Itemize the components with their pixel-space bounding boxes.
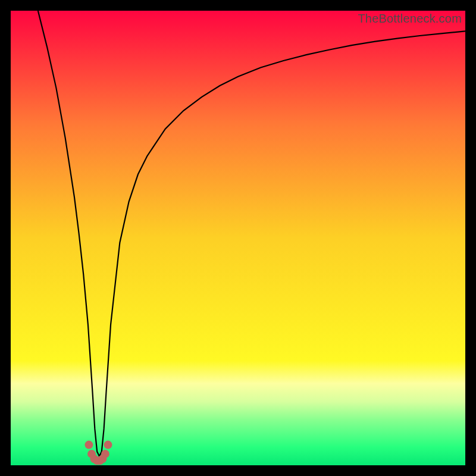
watermark-text: TheBottleneck.com (358, 12, 462, 26)
cluster-point (104, 441, 112, 449)
cluster-point (84, 441, 93, 449)
cluster-point (101, 450, 109, 458)
chart-area: TheBottleneck.com (11, 11, 465, 465)
chart-svg (11, 11, 465, 465)
outer-frame: TheBottleneck.com (0, 0, 476, 476)
